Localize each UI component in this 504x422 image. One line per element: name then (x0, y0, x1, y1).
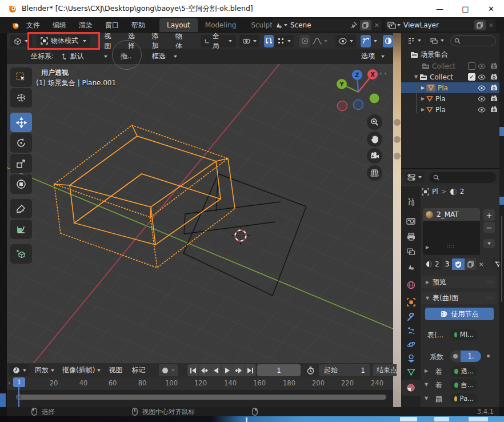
factor-socket[interactable] (450, 351, 461, 362)
expand-arrow[interactable]: ▼ (413, 74, 419, 79)
overlays-dropdown[interactable] (374, 40, 377, 42)
markers-menu[interactable]: 标记 (131, 365, 145, 375)
material-name-field[interactable]: 3 (442, 258, 453, 270)
outliner-row-scene-collection[interactable]: 场景集合 (401, 49, 499, 60)
zoom-view-button[interactable] (367, 114, 382, 130)
workspace-tab-layout[interactable]: Layout (159, 18, 198, 32)
row-expand-arrow[interactable]: ▶ (423, 368, 430, 373)
outliner-filter[interactable] (427, 35, 447, 46)
tab-physics[interactable] (401, 337, 421, 351)
playhead-line[interactable] (18, 387, 19, 407)
clipped-scrollbar[interactable] (501, 216, 502, 302)
render-camera-icon[interactable] (488, 106, 499, 113)
browse-material-button[interactable]: 2 (423, 258, 442, 270)
material-slot-active[interactable]: 2_MAT (423, 208, 480, 221)
menu-file[interactable]: 文件 (20, 17, 46, 33)
render-camera-icon[interactable] (488, 63, 499, 69)
render-camera-icon[interactable] (488, 95, 499, 102)
add-slot-button[interactable]: + (483, 209, 495, 221)
play-button[interactable] (222, 364, 233, 376)
unlink-scene-icon[interactable]: ✕ (374, 22, 379, 29)
panel-grip[interactable]: ∷∷ (486, 295, 494, 301)
play-reverse-button[interactable] (210, 364, 222, 376)
slot-specials-button[interactable] (483, 239, 495, 248)
keyframe-dot[interactable] (487, 355, 490, 357)
ortho-toggle-button[interactable] (367, 165, 382, 181)
hide-eye-icon[interactable] (475, 96, 488, 102)
panel-grip[interactable]: ∷∷ (486, 279, 494, 285)
tab-viewlayer[interactable] (401, 245, 421, 258)
coord-system-dropdown[interactable]: 默认 (57, 50, 111, 62)
close-button[interactable]: ✕ (478, 0, 504, 17)
box-select-dropdown[interactable]: 框选 (148, 50, 181, 62)
tab-constraints[interactable] (401, 351, 421, 365)
tool-move[interactable] (10, 113, 32, 132)
scene-name[interactable]: Scene (290, 21, 311, 29)
tool-select-box[interactable] (10, 67, 32, 87)
tool-annotate[interactable] (10, 199, 32, 218)
surface-shader-dropdown[interactable]: MI... (450, 329, 478, 340)
blender-menu-icon[interactable] (11, 21, 20, 30)
timeline-scrollbar[interactable] (16, 395, 386, 400)
hide-eye-icon[interactable] (475, 107, 488, 113)
next-keyframe-button[interactable] (233, 364, 245, 376)
menu-render[interactable]: 渲染 (73, 17, 99, 33)
timeline-channels[interactable] (7, 390, 393, 407)
viewport[interactable]: 用户透视 (1) 场景集合 | Plane.001 ‹ › (7, 64, 393, 363)
slot-list-grip[interactable]: ∷∷ (447, 244, 454, 249)
workspace-tab-modeling[interactable]: Modeling (198, 18, 244, 32)
shader2-dropdown[interactable]: 自... (450, 379, 478, 391)
tab-material-active[interactable] (401, 380, 421, 396)
overlays-toggle[interactable] (361, 35, 371, 47)
tool-rotate[interactable] (10, 133, 32, 153)
hide-eye-icon[interactable] (475, 85, 488, 91)
tab-output[interactable] (401, 230, 421, 244)
tab-particles[interactable] (401, 324, 421, 337)
camera-view-button[interactable] (367, 148, 382, 164)
preview-range-toggle[interactable] (304, 364, 317, 376)
tool-measure[interactable] (10, 220, 32, 239)
maximize-button[interactable]: □ (453, 0, 478, 17)
use-nodes-button[interactable]: 使用节点 (425, 308, 494, 320)
expand-arrow[interactable]: ▶ (419, 107, 426, 112)
surface-panel-header[interactable]: ▼ 表(曲)面 ∷∷ (422, 292, 497, 304)
tool-scale[interactable] (10, 154, 32, 173)
row-expand-arrow[interactable]: ▼ (423, 382, 430, 387)
slot-list-expand[interactable]: ▶ (426, 245, 429, 250)
new-scene-icon[interactable] (360, 20, 371, 30)
pivot-dropdown[interactable] (239, 35, 259, 47)
snap-with-dropdown[interactable] (275, 35, 294, 47)
render-camera-icon[interactable] (488, 74, 499, 80)
expand-arrow[interactable]: ▶ (419, 96, 426, 101)
minimize-button[interactable]: — (427, 0, 453, 17)
tab-world[interactable] (401, 278, 421, 292)
keying-menu[interactable]: 抠像(插帧) (62, 365, 101, 375)
jump-to-end-button[interactable] (245, 364, 256, 376)
remove-slot-button[interactable]: − (483, 222, 495, 233)
tab-scene[interactable] (401, 260, 421, 273)
hide-eye-icon[interactable] (475, 63, 488, 69)
timeline-expand-arrow[interactable]: › (8, 380, 10, 386)
snap-toggle[interactable] (264, 35, 274, 47)
tool-cursor[interactable] (10, 88, 32, 108)
auto-key-record-icon[interactable] (162, 368, 168, 373)
preview-panel-header[interactable]: ▶ 预览 ∷∷ (422, 276, 497, 288)
tab-render[interactable] (401, 214, 421, 228)
unlink-material-button[interactable]: ✕ (476, 258, 486, 270)
jump-to-start-button[interactable] (187, 364, 199, 376)
tab-modifiers[interactable] (401, 310, 421, 324)
expand-arrow[interactable]: ▶ (419, 85, 426, 90)
outliner-search[interactable] (450, 35, 496, 46)
material-slot-list[interactable]: 2_MAT ▶ ∷∷ (423, 208, 480, 255)
tool-transform[interactable] (10, 174, 32, 194)
view-menu[interactable]: 视图 (109, 365, 122, 375)
viewlayer-name[interactable]: ViewLayer (403, 21, 439, 29)
gizmos-dropdown[interactable] (335, 35, 356, 47)
navigation-gizmo[interactable]: Z X Y (334, 66, 386, 117)
outliner-row-collection-excluded[interactable]: Collect (401, 61, 499, 71)
render-camera-icon[interactable] (488, 85, 499, 91)
fake-user-toggle[interactable] (452, 258, 465, 270)
frame-start-field[interactable]: 起始 1 (319, 364, 370, 376)
new-material-button[interactable] (465, 258, 476, 270)
tool-add-cube[interactable] (10, 244, 32, 264)
